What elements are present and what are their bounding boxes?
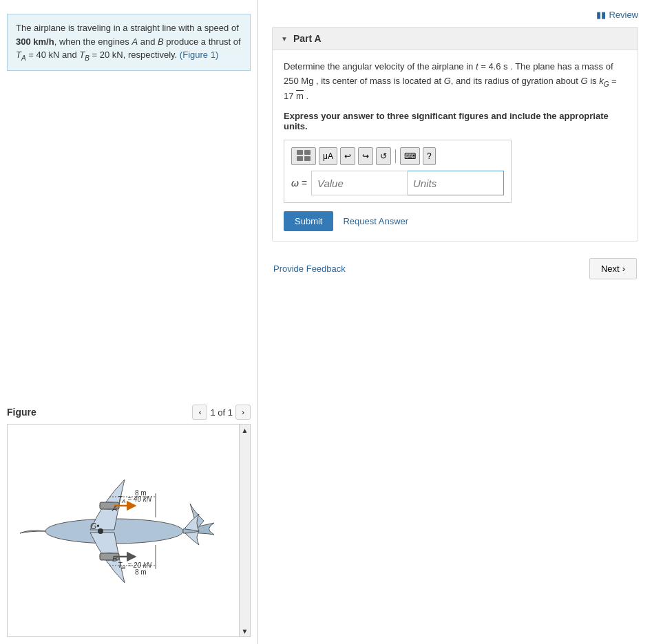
scroll-up[interactable]: ▲ <box>240 425 250 436</box>
figure-nav: ‹ 1 of 1 › <box>192 405 251 420</box>
matrix-icon <box>296 149 311 164</box>
problem-statement: The airplane is traveling in a straight … <box>7 14 251 71</box>
figure-next-button[interactable]: › <box>235 405 251 420</box>
airplane-figure: G• A B <box>8 425 228 624</box>
figure-section: Figure ‹ 1 of 1 › <box>7 391 251 637</box>
express-text: Express your answer to three significant… <box>284 111 627 131</box>
collapse-icon[interactable]: ▼ <box>281 35 288 43</box>
figure-prev-button[interactable]: ‹ <box>192 405 207 420</box>
figure-link[interactable]: (Figure 1) <box>180 50 218 60</box>
part-a-content: Determine the angular velocity of the ai… <box>273 50 638 241</box>
keyboard-icon: ⌨ <box>404 151 416 161</box>
next-button[interactable]: Next › <box>589 258 637 279</box>
redo-icon: ↪ <box>362 151 369 161</box>
undo-button[interactable]: ↩ <box>340 147 355 165</box>
redo-button[interactable]: ↪ <box>358 147 373 165</box>
problem-text: The airplane is traveling in a straight … <box>16 23 241 60</box>
figure-title: Figure <box>7 407 36 418</box>
toolbar-separator <box>395 149 396 163</box>
refresh-button[interactable]: ↺ <box>376 147 391 165</box>
help-button[interactable]: ? <box>423 147 436 165</box>
matrix-button[interactable] <box>291 147 316 165</box>
mu-icon: μA <box>323 151 333 161</box>
svg-text:TA = 40 kN: TA = 40 kN <box>118 495 152 504</box>
value-input[interactable] <box>311 171 408 195</box>
next-label: Next <box>601 264 620 274</box>
request-answer-link[interactable]: Request Answer <box>343 216 408 226</box>
help-icon: ? <box>427 151 432 161</box>
input-row: ω = <box>291 171 504 195</box>
omega-label: ω = <box>291 178 307 189</box>
part-a-header: ▼ Part A <box>273 28 638 50</box>
provide-feedback-link[interactable]: Provide Feedback <box>273 264 346 274</box>
part-a-section: ▼ Part A Determine the angular velocity … <box>272 27 638 242</box>
review-label: Review <box>609 10 638 20</box>
svg-text:8 m: 8 m <box>135 568 147 576</box>
toolbar: μA ↩ ↪ ↺ ⌨ <box>291 147 504 165</box>
figure-scrollbar[interactable]: ▲ ▼ <box>239 425 250 636</box>
units-input[interactable] <box>408 171 504 195</box>
svg-text:G•: G• <box>90 522 100 531</box>
part-a-label: Part A <box>293 33 322 44</box>
figure-box: G• A B <box>7 424 251 637</box>
submit-button[interactable]: Submit <box>284 211 333 231</box>
undo-icon: ↩ <box>344 151 351 161</box>
svg-rect-21 <box>297 156 303 161</box>
refresh-icon: ↺ <box>380 151 387 161</box>
next-arrow-icon: › <box>622 264 625 274</box>
answer-box: μA ↩ ↪ ↺ ⌨ <box>284 140 512 203</box>
keyboard-button[interactable]: ⌨ <box>400 147 420 165</box>
review-icon: ▮▮ <box>596 10 606 20</box>
figure-page: 1 of 1 <box>210 407 233 418</box>
review-section: ▮▮ Review <box>272 7 638 27</box>
review-link[interactable]: ▮▮ Review <box>596 10 638 20</box>
question-text: Determine the angular velocity of the ai… <box>284 60 627 104</box>
svg-rect-19 <box>297 150 303 155</box>
scroll-down[interactable]: ▼ <box>240 625 250 636</box>
mu-button[interactable]: μA <box>319 147 337 165</box>
svg-rect-20 <box>304 150 311 155</box>
svg-rect-22 <box>304 156 311 161</box>
bottom-row: Provide Feedback Next › <box>272 258 638 279</box>
action-row: Submit Request Answer <box>284 211 627 231</box>
